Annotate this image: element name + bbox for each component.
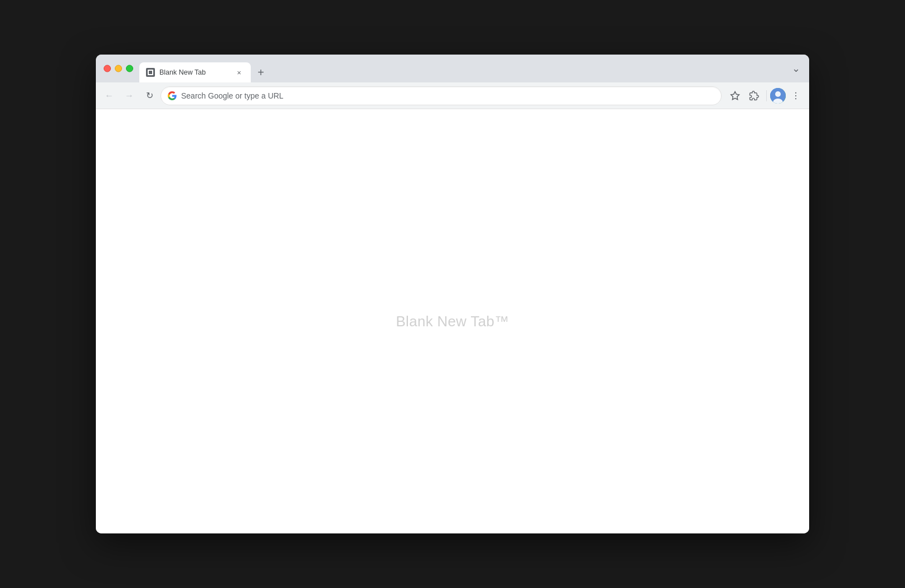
svg-marker-0 [731,91,739,99]
back-button[interactable]: ← [100,87,118,105]
browser-window: Blank New Tab × + ⌄ ← → ↻ Search Google … [96,55,809,533]
svg-point-6 [795,98,796,99]
minimize-button[interactable] [115,65,122,72]
bookmark-button[interactable] [726,87,744,105]
traffic-lights [104,65,133,72]
tab-title: Blank New Tab [159,68,230,76]
svg-point-4 [795,92,796,93]
menu-dots-icon [791,91,801,101]
tab-bar-right: ⌄ [788,61,804,76]
new-tab-button[interactable]: + [253,65,269,80]
extensions-button[interactable] [745,87,763,105]
svg-point-5 [795,95,796,96]
close-button[interactable] [104,65,111,72]
forward-button[interactable]: → [120,87,138,105]
nav-divider [766,90,767,101]
svg-point-2 [775,91,781,97]
extensions-icon [749,91,759,101]
google-icon [168,91,177,100]
profile-icon [770,88,786,104]
reload-button[interactable]: ↻ [140,87,158,105]
nav-right-icons [726,87,805,105]
nav-bar: ← → ↻ Search Google or type a URL [96,82,809,109]
profile-menu-chevron[interactable]: ⌄ [788,61,804,76]
bookmark-icon [730,91,740,101]
address-text: Search Google or type a URL [181,91,714,100]
profile-avatar[interactable] [770,88,786,104]
page-content: Blank New Tab™ [96,109,809,533]
active-tab[interactable]: Blank New Tab × [139,62,251,82]
title-bar: Blank New Tab × + ⌄ [96,55,809,82]
address-bar[interactable]: Search Google or type a URL [160,86,722,105]
chrome-menu-button[interactable] [787,87,805,105]
blank-tab-watermark: Blank New Tab™ [396,313,509,330]
tab-close-button[interactable]: × [234,67,244,77]
maximize-button[interactable] [126,65,133,72]
tab-favicon [146,68,155,77]
tabs-area: Blank New Tab × + [139,62,805,82]
tab-favicon-icon [148,70,153,75]
